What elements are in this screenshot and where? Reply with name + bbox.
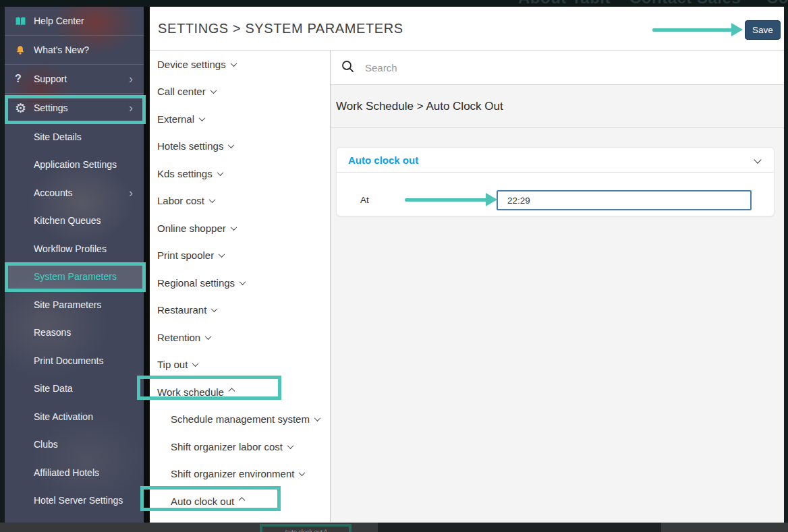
category-item-labor-cost[interactable]: Labor cost: [150, 187, 330, 215]
category-item-restaurant[interactable]: Restaurant: [150, 297, 330, 324]
chevron-down-icon: [192, 360, 199, 367]
page-header: SETTINGS > SYSTEM PARAMETERS Save: [150, 7, 784, 51]
sidebar-item-application-settings[interactable]: Application Settings: [5, 151, 144, 179]
category-item-device-settings[interactable]: Device settings: [150, 51, 330, 78]
sidebar-item-site-data[interactable]: Site Data: [5, 375, 144, 403]
sidebar-item-support[interactable]: ?Support›: [5, 65, 144, 94]
background-site-nav: About Tabit Contact Sales Con: [0, 0, 788, 7]
sidebar-item-system-parameters[interactable]: System Parameters: [5, 263, 144, 291]
category-item-label: Shift organizer labor cost: [171, 441, 283, 452]
chevron-down-icon: [219, 251, 225, 258]
sidebar-item-label: Accounts: [34, 187, 129, 198]
chevron-down-icon: [205, 333, 212, 340]
category-item-label: Shift organizer environment: [171, 468, 294, 479]
chevron-up-icon: [239, 497, 246, 504]
sidebar-item-clubs[interactable]: Clubs: [5, 431, 144, 459]
category-item-call-center[interactable]: Call center: [150, 78, 330, 106]
sidebar-item-print-documents[interactable]: Print Documents: [5, 347, 144, 375]
settings-detail-panel: Work Schedule > Auto Clock Out Auto cloc…: [331, 51, 784, 522]
category-item-hotels-settings[interactable]: Hotels settings: [150, 133, 330, 160]
bell-icon: [15, 45, 34, 55]
auto-clock-out-time-input[interactable]: [497, 190, 752, 210]
sidebar-item-hotel-server-settings[interactable]: Hotel Server Settings: [5, 487, 144, 515]
category-item-label: Online shopper: [157, 223, 226, 234]
sidebar-item-label: Clubs: [34, 439, 144, 450]
at-field-label: At: [360, 195, 369, 205]
category-item-label: External: [157, 113, 194, 125]
sidebar-content-gap: [144, 7, 150, 523]
chevron-down-icon: [209, 196, 216, 203]
category-item-label: Work schedule: [157, 386, 224, 398]
search-input[interactable]: [365, 62, 635, 73]
sidebar-item-site-details[interactable]: Site Details: [5, 123, 144, 151]
settings-category-list: Device settingsCall centerExternalHotels…: [150, 51, 331, 522]
category-item-regional-settings[interactable]: Regional settings: [150, 269, 330, 297]
sidebar-item-workflow-profiles[interactable]: Workflow Profiles: [5, 235, 144, 263]
category-item-print-spooler[interactable]: Print spooler: [150, 242, 330, 270]
category-item-label: Regional settings: [157, 277, 235, 289]
sidebar-item-label: Settings: [34, 102, 129, 113]
chevron-right-icon: ›: [129, 187, 133, 199]
chevron-right-icon: ›: [129, 73, 133, 85]
category-item-retention[interactable]: Retention: [150, 324, 330, 351]
category-item-label: Retention: [157, 332, 200, 343]
category-item-shift-organizer-environment[interactable]: Shift organizer environment: [150, 461, 330, 488]
auto-clock-out-card: Auto clock out At: [336, 147, 775, 216]
section-title: Work Schedule > Auto Clock Out: [336, 100, 503, 113]
category-item-schedule-management-system[interactable]: Schedule management system: [150, 406, 330, 434]
bg-nav-link-about[interactable]: About Tabit: [518, 0, 611, 7]
category-item-auto-clock-out[interactable]: Auto clock out: [150, 487, 330, 515]
sidebar-item-label: Workflow Profiles: [34, 243, 144, 254]
sidebar-item-label: Kitchen Queues: [34, 215, 144, 226]
question-icon: ?: [15, 73, 34, 85]
bg-nav-link-cut-off[interactable]: Con: [766, 0, 788, 7]
sidebar-item-label: What's New?: [34, 45, 144, 55]
category-item-online-shopper[interactable]: Online shopper: [150, 214, 330, 242]
auto-clock-out-card-body: At: [337, 173, 774, 216]
chevron-down-icon: [228, 142, 235, 148]
category-item-label: Labor cost: [157, 195, 204, 206]
category-item-shift-organizer-labor-cost[interactable]: Shift organizer labor cost: [150, 433, 330, 461]
sidebar-item-site-activation[interactable]: Site Activation: [5, 403, 144, 431]
chevron-down-icon: [314, 415, 321, 421]
sidebar-item-label: System Parameters: [34, 271, 144, 282]
sidebar-item-site-parameters[interactable]: Site Parameters: [5, 291, 144, 319]
sidebar-item-kitchen-queues[interactable]: Kitchen Queues: [5, 207, 144, 235]
category-item-label: Restaurant: [157, 304, 206, 316]
category-item-label: Device settings: [157, 59, 226, 70]
chevron-up-icon: [228, 388, 235, 394]
sidebar-top-items: Help CenterWhat's New??Support›⚙Settings…: [5, 7, 144, 123]
save-button[interactable]: Save: [745, 20, 781, 40]
auto-clock-out-card-header[interactable]: Auto clock out: [337, 148, 774, 173]
sidebar-item-reasons[interactable]: Reasons: [5, 319, 144, 347]
chevron-right-icon: ›: [129, 102, 133, 114]
category-item-label: Hotels settings: [157, 140, 223, 152]
category-item-kds-settings[interactable]: Kds settings: [150, 160, 330, 187]
category-item-label: Auto clock out: [171, 496, 234, 507]
section-header: Work Schedule > Auto Clock Out: [331, 85, 784, 128]
sidebar-item-label: Site Data: [34, 383, 144, 394]
sidebar-item-label: Site Activation: [34, 411, 144, 422]
category-item-work-schedule[interactable]: Work schedule: [150, 378, 330, 406]
sidebar-item-label: Hotel Server Settings: [34, 495, 144, 506]
sidebar-item-affiliated-hotels[interactable]: Affiliated Hotels: [5, 459, 144, 487]
sidebar-item-label: Site Parameters: [34, 299, 144, 310]
sidebar-item-what-s-new[interactable]: What's New?: [5, 36, 144, 65]
category-item-label: Tip out: [157, 359, 188, 370]
category-item-label: Call center: [157, 86, 206, 97]
chevron-down-icon: [230, 224, 237, 231]
chevron-down-icon: [299, 469, 306, 476]
sidebar-item-label: Application Settings: [34, 159, 144, 170]
background-bottom-strip: Auto clock out ^: [0, 523, 788, 532]
category-item-tip-out[interactable]: Tip out: [150, 351, 330, 379]
sidebar-item-accounts[interactable]: Accounts›: [5, 179, 144, 207]
search-icon: [341, 60, 354, 76]
category-item-label: Schedule management system: [171, 413, 310, 425]
sidebar-item-settings[interactable]: ⚙Settings›: [5, 94, 144, 123]
sidebar-item-label: Affiliated Hotels: [34, 467, 144, 478]
sidebar-item-label: Site Details: [34, 131, 144, 142]
category-item-external[interactable]: External: [150, 105, 330, 133]
sidebar-item-help-center[interactable]: Help Center: [5, 7, 144, 36]
bg-nav-link-contact-sales[interactable]: Contact Sales: [629, 0, 741, 7]
chevron-down-icon: [211, 305, 218, 312]
